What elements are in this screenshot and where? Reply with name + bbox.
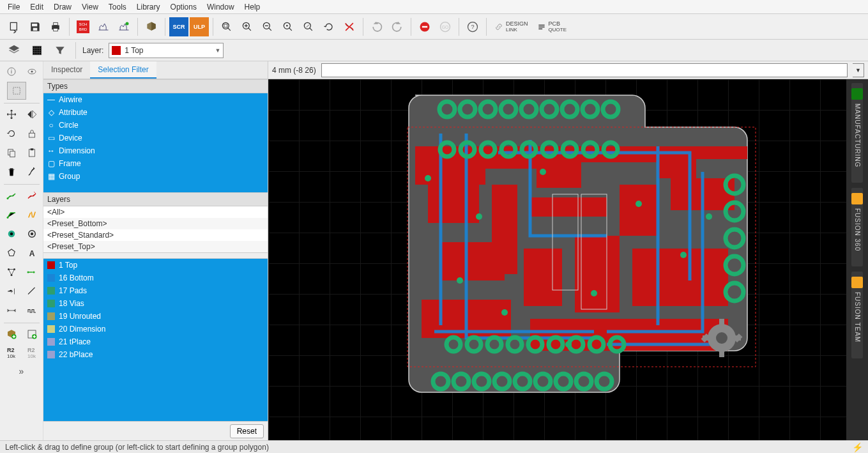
help-button[interactable]: ? <box>463 17 482 36</box>
zoom-select-button[interactable] <box>299 17 318 36</box>
type-attribute[interactable]: ◇Attribute <box>43 106 268 119</box>
tab-inspector[interactable]: Inspector <box>43 61 90 79</box>
line-tool[interactable] <box>22 282 42 300</box>
info-tool[interactable]: i <box>2 63 21 81</box>
vtab-manufacturing[interactable]: MANUFACTURING <box>851 83 863 183</box>
move-tool[interactable] <box>2 105 21 123</box>
type-group[interactable]: ▦Group <box>43 170 268 183</box>
preset-standard[interactable]: <Preset_Standard> <box>43 229 268 241</box>
pcb-quote-button[interactable]: PCBQUOTE <box>533 19 570 35</box>
replace-tool[interactable] <box>22 325 42 343</box>
zoom-out-button[interactable] <box>258 17 277 36</box>
change-tool[interactable] <box>22 163 42 181</box>
menu-window[interactable]: Window <box>203 1 238 13</box>
bus-tool[interactable] <box>22 263 42 281</box>
open-button[interactable] <box>5 17 24 36</box>
grid-icon[interactable] <box>28 42 46 59</box>
delete-tool[interactable] <box>2 163 21 181</box>
vtab-fusionteam[interactable]: FUSION TEAM <box>851 272 863 358</box>
wire-tool[interactable] <box>2 206 21 224</box>
layers-icon[interactable] <box>5 42 23 59</box>
rotate-tool[interactable] <box>2 125 21 142</box>
copy-tool[interactable] <box>2 144 21 162</box>
svg-rect-33 <box>30 148 33 150</box>
text embossment-tool[interactable]: A <box>22 244 42 262</box>
cam-button[interactable] <box>94 17 113 36</box>
tool-palette: i <box>0 61 43 440</box>
menu-edit[interactable]: Edit <box>26 1 47 13</box>
menu-view[interactable]: View <box>78 1 102 13</box>
add-part-tool[interactable] <box>2 325 21 343</box>
type-dimension[interactable]: ↔Dimension <box>43 144 268 157</box>
menu-draw[interactable]: Draw <box>50 1 75 13</box>
stop-button[interactable] <box>415 17 434 36</box>
menu-tools[interactable]: Tools <box>105 1 130 13</box>
via-tool[interactable] <box>2 225 21 243</box>
polygon-tool[interactable] <box>2 244 21 262</box>
vtab-fusion360[interactable]: FUSION 360 <box>851 188 863 266</box>
command-input[interactable] <box>321 63 848 77</box>
zoom-redraw-button[interactable] <box>278 17 298 36</box>
ratsnest-tool[interactable] <box>22 206 42 224</box>
manufacture-button[interactable] <box>114 17 133 36</box>
preset-top[interactable]: <Preset_Top> <box>43 241 268 252</box>
tab-selection-filter[interactable]: Selection Filter <box>90 61 156 79</box>
layer-item[interactable]: 17 Pads <box>43 284 268 297</box>
svg-rect-22 <box>538 26 544 27</box>
layer-item[interactable]: 20 Dimension <box>43 323 268 335</box>
go-button[interactable]: GO <box>436 17 455 36</box>
hole-tool[interactable] <box>22 225 42 243</box>
save-button[interactable] <box>26 17 45 36</box>
undo-button[interactable] <box>367 17 386 36</box>
layers-list[interactable]: 1 Top16 Bottom17 Pads18 Vias19 Unrouted2… <box>43 259 268 421</box>
pcb-canvas[interactable]: MANUFACTURING FUSION 360 FUSION TEAM <box>268 79 868 440</box>
menu-library[interactable]: Library <box>133 1 164 13</box>
show-tool[interactable] <box>22 63 42 81</box>
reset-button[interactable]: Reset <box>230 424 264 438</box>
scr-button[interactable]: SCR <box>169 17 188 36</box>
type-frame[interactable]: ▢Frame <box>43 157 268 170</box>
print-button[interactable] <box>46 17 65 36</box>
lock-tool[interactable] <box>22 125 42 142</box>
layer-item[interactable]: 18 Vias <box>43 297 268 310</box>
layer-item[interactable]: 22 bPlace <box>43 348 268 361</box>
layer-item[interactable]: 1 Top <box>43 259 268 272</box>
menu-options[interactable]: Options <box>167 1 201 13</box>
value-tool[interactable]: R210k <box>22 344 42 362</box>
zoom-in-button[interactable] <box>238 17 257 36</box>
cancel-action-button[interactable] <box>340 17 359 36</box>
preset-bottom[interactable]: <Preset_Bottom> <box>43 218 268 229</box>
paste-tool[interactable] <box>22 144 42 162</box>
menu-help[interactable]: Help <box>241 1 264 13</box>
dimension-tool[interactable] <box>2 302 21 319</box>
refresh-button[interactable] <box>319 17 339 36</box>
layer-dropdown[interactable]: 1 Top ▼ <box>109 43 224 58</box>
sch-brd-button[interactable]: SCHBRD <box>73 17 93 36</box>
redo-button[interactable] <box>388 17 407 36</box>
zoom-fit-button[interactable] <box>217 17 236 36</box>
layer-item[interactable]: 16 Bottom <box>43 272 268 284</box>
menu-file[interactable]: File <box>4 1 24 13</box>
select-tool[interactable] <box>27 82 36 100</box>
filter-icon[interactable] <box>51 42 69 59</box>
3d-button[interactable] <box>142 17 161 36</box>
route-tool[interactable] <box>2 187 21 204</box>
ripup-tool[interactable] <box>22 187 42 204</box>
net-tool[interactable] <box>2 263 21 281</box>
layer-item[interactable]: 19 Unrouted <box>43 310 268 323</box>
design-link-button[interactable]: DESIGNLINK <box>491 19 532 35</box>
command-dropdown[interactable]: ▼ <box>853 63 864 77</box>
ulp-button[interactable]: ULP <box>190 17 209 36</box>
name-tool[interactable]: R210k <box>2 344 21 362</box>
type-airwire[interactable]: —Airwire <box>43 93 268 106</box>
group-tool[interactable] <box>7 82 26 100</box>
mirror-tool[interactable] <box>22 105 42 123</box>
types-list[interactable]: —Airwire ◇Attribute ○Circle ▭Device ↔Dim… <box>43 93 268 192</box>
type-circle[interactable]: ○Circle <box>43 119 268 132</box>
type-device[interactable]: ▭Device <box>43 132 268 144</box>
layer-item[interactable]: 21 tPlace <box>43 335 268 348</box>
meander-tool[interactable] <box>22 302 42 319</box>
expand-tools-icon[interactable]: » <box>19 366 24 376</box>
tab-tool[interactable] <box>2 282 21 300</box>
preset-all[interactable]: <All> <box>43 206 268 218</box>
